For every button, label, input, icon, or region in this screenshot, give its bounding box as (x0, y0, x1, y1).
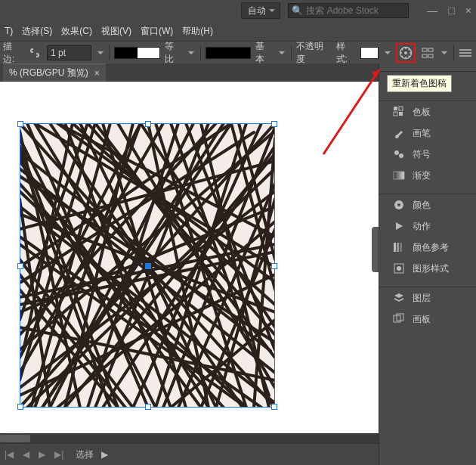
nav-first-icon[interactable]: |◀ (0, 449, 18, 460)
svg-line-8 (409, 49, 410, 51)
handle-center[interactable] (145, 263, 151, 269)
svg-rect-96 (394, 107, 397, 110)
layers-icon (393, 292, 405, 304)
panel-item-symbols[interactable]: 符号 (379, 144, 476, 165)
status-tool[interactable]: 选择▶ (68, 448, 116, 461)
annotation-arrow (317, 62, 393, 160)
panel-item-graphic-styles[interactable]: 图形样式 (379, 258, 476, 279)
stroke-label: 描边: (3, 40, 23, 66)
recolor-tooltip: 重新着色图稿 (387, 75, 452, 92)
nav-last-icon[interactable]: ▶| (50, 449, 68, 460)
selection-bounds (20, 123, 275, 408)
color-guide-icon (393, 241, 405, 253)
search-input[interactable]: 🔍 搜索 Adobe Stock (288, 3, 409, 18)
panel-item-color-guide[interactable]: 颜色参考 (379, 237, 476, 258)
swatches-icon (393, 106, 405, 118)
menu-item-select[interactable]: 选择(S) (19, 25, 55, 38)
stroke-weight-input[interactable]: 1 pt (47, 45, 91, 60)
nav-prev-icon[interactable]: ◀ (18, 449, 34, 460)
symbol-icon (393, 148, 405, 160)
align-dropdown[interactable] (440, 48, 449, 57)
svg-rect-98 (394, 112, 397, 116)
panel-item-brushes[interactable]: 画笔 (379, 122, 476, 144)
svg-rect-12 (422, 54, 427, 57)
menu-bar: T) 选择(S) 效果(C) 视图(V) 窗口(W) 帮助(H) (0, 21, 476, 41)
title-bar: 自动 🔍 搜索 Adobe Stock — □ × (0, 0, 476, 21)
options-bar: 描边: 1 pt 等比 基本 不透明度 样式: (0, 41, 476, 65)
svg-rect-105 (400, 243, 402, 252)
handle-top-left[interactable] (17, 121, 23, 127)
gradient-icon (393, 169, 405, 181)
svg-line-6 (402, 49, 403, 51)
svg-rect-104 (397, 243, 399, 252)
svg-rect-11 (428, 48, 433, 51)
handle-bottom-middle[interactable] (145, 404, 151, 410)
play-icon (393, 220, 405, 232)
svg-rect-99 (399, 112, 403, 116)
menu-item-effect[interactable]: 效果(C) (58, 25, 95, 38)
status-bar: |◀ ◀ ▶ ▶| 选择▶ (0, 443, 379, 465)
recolor-artwork-highlight (396, 43, 416, 63)
handle-top-middle[interactable] (145, 121, 151, 127)
panel-item-artboards[interactable]: 画板 (379, 308, 476, 330)
tab-close-button[interactable]: × (94, 68, 100, 79)
panel-item-gradient[interactable]: 渐变 (379, 165, 476, 186)
search-icon: 🔍 (292, 5, 303, 16)
svg-rect-10 (422, 48, 427, 51)
style-dropdown[interactable] (383, 48, 392, 57)
svg-line-9 (402, 56, 403, 57)
artboards-icon (393, 313, 405, 325)
panel-item-actions[interactable]: 动作 (379, 215, 476, 237)
svg-line-110 (323, 70, 379, 154)
svg-rect-100 (394, 172, 404, 179)
color-icon (393, 199, 405, 211)
stroke-link-icon[interactable] (28, 45, 42, 60)
recolor-artwork-button[interactable] (398, 45, 413, 60)
menu-item-view[interactable]: 视图(V) (98, 25, 134, 38)
panel-dock: 透明度 色板 画笔 符号 渐变 颜色 动作 颜色参考 图形样式 图层 画板 (379, 64, 476, 465)
brush-swatch[interactable] (206, 47, 251, 59)
handle-bottom-right[interactable] (271, 404, 277, 410)
stroke-weight-dropdown[interactable] (96, 48, 105, 57)
svg-line-7 (409, 56, 410, 57)
svg-rect-13 (428, 54, 433, 57)
style-swatch[interactable] (360, 47, 378, 59)
brush-icon (393, 127, 405, 139)
horizontal-scroll-thumb[interactable] (0, 435, 30, 442)
panel-item-swatches[interactable]: 色板 (379, 101, 476, 122)
svg-point-107 (397, 266, 401, 271)
selected-artwork[interactable] (20, 123, 275, 408)
handle-middle-left[interactable] (17, 263, 23, 269)
svg-point-1 (404, 51, 407, 54)
svg-point-102 (397, 203, 400, 206)
nav-next-icon[interactable]: ▶ (34, 449, 50, 460)
window-close-button[interactable]: × (465, 5, 471, 17)
window-maximize-button[interactable]: □ (448, 5, 454, 17)
workspace-select[interactable]: 自动 (241, 2, 280, 19)
svg-rect-97 (399, 107, 403, 110)
menu-item-help[interactable]: 帮助(H) (179, 25, 216, 38)
panel-item-color[interactable]: 颜色 (379, 194, 476, 215)
handle-bottom-left[interactable] (17, 404, 23, 410)
panel-item-layers[interactable]: 图层 (379, 287, 476, 308)
brush-dropdown[interactable] (277, 48, 286, 57)
align-icon[interactable] (420, 45, 434, 60)
document-tab[interactable]: % (RGB/GPU 预览) × (3, 64, 106, 82)
handle-middle-right[interactable] (271, 263, 277, 269)
menu-item[interactable]: T) (2, 26, 16, 36)
window-minimize-button[interactable]: — (427, 5, 437, 17)
menu-item-window[interactable]: 窗口(W) (138, 25, 176, 38)
stroke-profile-swatch[interactable] (114, 47, 159, 59)
more-options-icon[interactable] (459, 45, 473, 60)
horizontal-scrollbar[interactable] (0, 433, 379, 444)
stroke-profile-dropdown[interactable] (187, 48, 196, 57)
handle-top-right[interactable] (271, 121, 277, 127)
style-icon (393, 262, 405, 274)
svg-rect-103 (394, 243, 396, 252)
